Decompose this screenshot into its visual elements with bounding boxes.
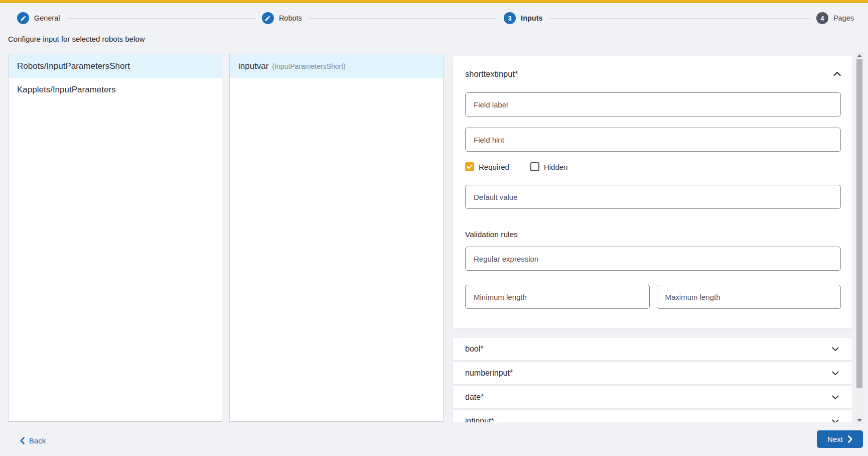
maximum-length-input[interactable] [657, 285, 841, 309]
kapplet-wizard-page: General Robots 3 Inputs 4 Pages Configur… [0, 0, 868, 456]
stepper-connector [67, 18, 255, 19]
step-robots-label: Robots [279, 14, 302, 22]
robot-list-item[interactable]: Robots/InputParametersShort [9, 54, 222, 78]
next-label: Next [827, 435, 843, 443]
scroll-up-arrow[interactable] [857, 54, 862, 57]
step-pages[interactable]: 4 Pages [816, 12, 854, 24]
chevron-left-icon [20, 437, 25, 444]
section-numberinput[interactable]: numberinput* [453, 362, 853, 385]
scroll-down-arrow[interactable] [857, 419, 862, 422]
required-checkbox[interactable] [465, 162, 474, 171]
wizard-stepper: General Robots 3 Inputs 4 Pages [17, 11, 854, 25]
section-title: date* [465, 393, 484, 402]
chevron-down-icon [832, 419, 839, 423]
input-config-panel: shorttextinput* Required Hidden Valid [453, 56, 853, 422]
variable-type: (InputParametersShort) [272, 62, 345, 70]
variable-name: inputvar [238, 61, 268, 71]
required-label: Required [479, 163, 509, 171]
minimum-length-input[interactable] [465, 285, 650, 309]
hidden-checkbox-group[interactable]: Hidden [530, 162, 568, 171]
step-number-badge: 4 [816, 12, 828, 24]
next-button[interactable]: Next [817, 430, 863, 448]
section-title: numberinput* [465, 369, 513, 378]
required-checkbox-group[interactable]: Required [465, 162, 509, 171]
pencil-icon [17, 12, 29, 24]
section-title: intinput* [465, 417, 494, 422]
checkbox-row: Required Hidden [465, 162, 841, 172]
brand-accent-bar [0, 0, 868, 3]
validation-rules-label: Validation rules [465, 230, 841, 239]
field-label-input[interactable] [465, 92, 841, 117]
section-title: shorttextinput* [465, 69, 518, 79]
pencil-icon [262, 12, 274, 24]
section-bool[interactable]: bool* [453, 337, 853, 361]
step-inputs[interactable]: 3 Inputs [504, 12, 543, 24]
step-inputs-label: Inputs [521, 14, 543, 22]
page-subtitle: Configure input for selected robots belo… [8, 35, 145, 43]
step-general[interactable]: General [17, 12, 60, 24]
variables-list-panel: inputvar (InputParametersShort) [229, 54, 444, 422]
chevron-right-icon [848, 435, 852, 443]
chevron-down-icon [832, 347, 839, 352]
section-title: bool* [465, 345, 483, 354]
chevron-down-icon [832, 395, 839, 400]
robots-list-panel: Robots/InputParametersShort Kapplets/Inp… [8, 54, 222, 422]
length-limits-row [465, 285, 841, 309]
collapsed-sections: bool* numberinput* date* intinput* [453, 337, 853, 422]
hidden-checkbox[interactable] [530, 162, 539, 171]
field-hint-input[interactable] [465, 128, 841, 152]
stepper-connector [309, 18, 497, 19]
stepper-connector [549, 18, 810, 19]
robot-list-item[interactable]: Kapplets/InputParameters [9, 78, 222, 101]
hidden-label: Hidden [544, 163, 568, 171]
step-robots[interactable]: Robots [262, 12, 302, 24]
robot-name: Kapplets/InputParameters [17, 85, 116, 95]
default-value-input[interactable] [465, 185, 841, 209]
variable-list-item[interactable]: inputvar (InputParametersShort) [230, 54, 443, 78]
step-pages-label: Pages [833, 14, 854, 22]
regular-expression-input[interactable] [465, 247, 841, 271]
back-label: Back [29, 436, 46, 445]
section-shorttextinput: shorttextinput* Required Hidden Valid [453, 56, 853, 329]
vertical-scrollbar[interactable] [855, 52, 863, 424]
chevron-up-icon [833, 71, 841, 76]
robot-name: Robots/InputParametersShort [17, 61, 130, 71]
scrollbar-thumb[interactable] [856, 59, 862, 388]
back-button[interactable]: Back [20, 435, 46, 446]
chevron-down-icon [832, 371, 839, 376]
section-intinput[interactable]: intinput* [453, 410, 853, 422]
step-general-label: General [34, 14, 60, 22]
section-date[interactable]: date* [453, 386, 853, 409]
section-header[interactable]: shorttextinput* [465, 68, 841, 79]
step-number-badge: 3 [504, 12, 516, 24]
